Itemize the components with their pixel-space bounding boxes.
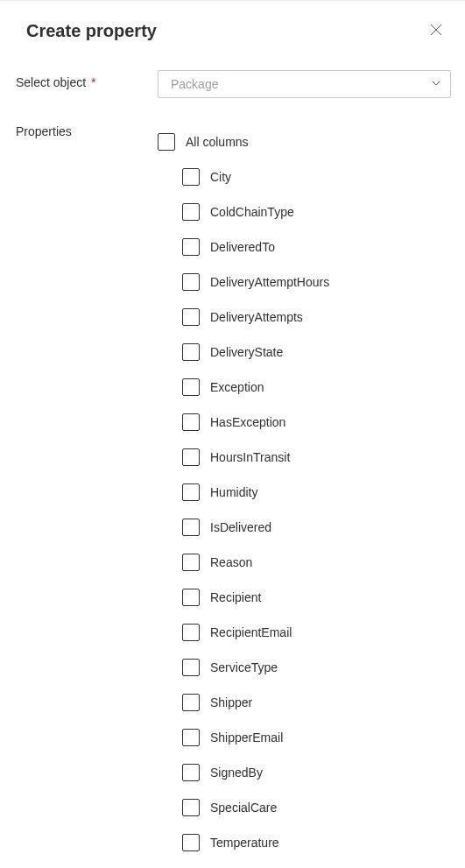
property-item: IsDelivered bbox=[158, 510, 451, 545]
property-label: DeliveryState bbox=[210, 345, 283, 359]
checkbox-property[interactable] bbox=[182, 343, 200, 361]
select-object-control: Package bbox=[158, 70, 451, 98]
property-item: DeliveryAttempts bbox=[158, 300, 451, 335]
property-item: City bbox=[158, 159, 451, 194]
property-label: Shipper bbox=[210, 695, 252, 709]
property-label: City bbox=[210, 170, 231, 184]
property-item: Recipient bbox=[158, 580, 451, 615]
property-label: RecipientEmail bbox=[210, 625, 292, 639]
select-object-placeholder: Package bbox=[171, 77, 218, 91]
properties-list: All columns CityColdChainTypeDeliveredTo… bbox=[158, 124, 451, 860]
property-item: Reason bbox=[158, 545, 451, 580]
property-item: Temperature bbox=[158, 825, 451, 860]
select-object-label: Select object * bbox=[16, 70, 158, 89]
checkbox-property[interactable] bbox=[182, 448, 200, 466]
property-label: HoursInTransit bbox=[210, 450, 290, 464]
property-item: DeliveredTo bbox=[158, 229, 451, 265]
checkbox-property[interactable] bbox=[182, 483, 200, 501]
property-label: SignedBy bbox=[210, 766, 263, 780]
property-item: Humidity bbox=[158, 475, 451, 510]
property-item: ShipperEmail bbox=[158, 720, 451, 755]
checkbox-all-columns[interactable] bbox=[158, 133, 175, 151]
required-indicator: * bbox=[91, 75, 95, 89]
property-item: HoursInTransit bbox=[158, 440, 451, 475]
checkbox-property[interactable] bbox=[182, 799, 200, 816]
property-label: SpecialCare bbox=[210, 801, 277, 815]
checkbox-property[interactable] bbox=[182, 554, 200, 571]
property-label: Recipient bbox=[210, 590, 261, 604]
property-label: ServiceType bbox=[210, 660, 278, 674]
property-item: DeliveryState bbox=[158, 335, 451, 370]
property-label-all-columns: All columns bbox=[186, 135, 249, 149]
checkbox-property[interactable] bbox=[182, 694, 200, 711]
checkbox-property[interactable] bbox=[182, 413, 200, 431]
panel-title: Create property bbox=[26, 21, 157, 41]
checkbox-property[interactable] bbox=[182, 589, 200, 606]
property-item: DeliveryAttemptHours bbox=[158, 265, 451, 300]
property-item: Exception bbox=[158, 370, 451, 405]
checkbox-property[interactable] bbox=[182, 729, 200, 746]
checkbox-property[interactable] bbox=[182, 203, 200, 221]
checkbox-property[interactable] bbox=[182, 764, 200, 781]
checkbox-property[interactable] bbox=[182, 168, 200, 186]
select-object-dropdown[interactable]: Package bbox=[158, 70, 451, 98]
property-label: IsDelivered bbox=[210, 520, 271, 534]
chevron-down-icon bbox=[431, 77, 441, 91]
checkbox-property[interactable] bbox=[182, 378, 200, 396]
close-icon bbox=[430, 24, 442, 39]
properties-label: Properties bbox=[16, 124, 158, 138]
create-property-panel: Create property Select object * Package bbox=[0, 0, 465, 868]
property-label: DeliveryAttempts bbox=[210, 310, 303, 324]
property-label: DeliveredTo bbox=[210, 240, 275, 254]
select-object-label-text: Select object bbox=[16, 75, 86, 89]
property-label: ColdChainType bbox=[210, 205, 294, 219]
checkbox-property[interactable] bbox=[182, 519, 200, 536]
properties-row: Properties All columns CityColdChainType… bbox=[0, 107, 465, 868]
property-item: ServiceType bbox=[158, 650, 451, 685]
close-button[interactable] bbox=[425, 18, 447, 44]
property-item: HasException bbox=[158, 405, 451, 440]
property-item: RecipientEmail bbox=[158, 615, 451, 650]
checkbox-property[interactable] bbox=[182, 273, 200, 291]
property-item: Shipper bbox=[158, 685, 451, 720]
panel-header: Create property bbox=[0, 1, 465, 61]
property-label: HasException bbox=[210, 415, 285, 429]
property-label: Exception bbox=[210, 380, 264, 394]
checkbox-property[interactable] bbox=[182, 659, 200, 676]
property-label: Reason bbox=[210, 555, 252, 569]
property-item: ColdChainType bbox=[158, 194, 451, 229]
property-label: DeliveryAttemptHours bbox=[210, 275, 329, 289]
select-object-row: Select object * Package bbox=[0, 61, 465, 107]
property-item: SignedBy bbox=[158, 755, 451, 790]
checkbox-property[interactable] bbox=[182, 308, 200, 326]
property-label: Temperature bbox=[210, 836, 279, 850]
property-item: SpecialCare bbox=[158, 790, 451, 825]
property-label: Humidity bbox=[210, 485, 257, 499]
property-label: ShipperEmail bbox=[210, 730, 283, 745]
checkbox-property[interactable] bbox=[182, 834, 200, 851]
checkbox-property[interactable] bbox=[182, 624, 200, 641]
checkbox-property[interactable] bbox=[182, 238, 200, 256]
property-all-columns: All columns bbox=[158, 124, 451, 159]
